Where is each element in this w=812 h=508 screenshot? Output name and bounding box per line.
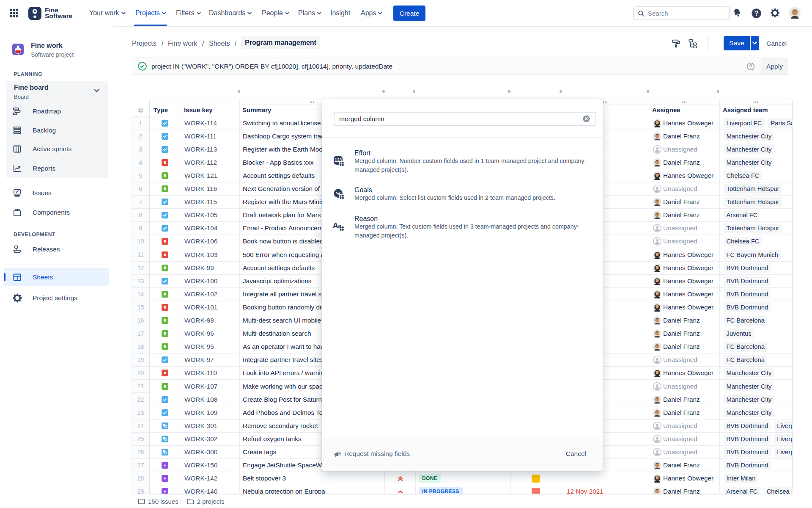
svg-text:a: a (338, 222, 342, 229)
